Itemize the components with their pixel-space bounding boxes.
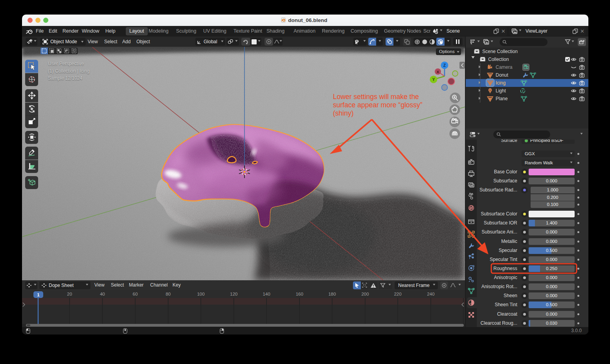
svg-text:240: 240 xyxy=(427,292,434,296)
svg-text:60: 60 xyxy=(133,292,138,296)
svg-text:80: 80 xyxy=(165,292,171,296)
svg-text:Z: Z xyxy=(443,63,446,68)
svg-text:20: 20 xyxy=(67,292,72,296)
svg-text:180: 180 xyxy=(328,292,336,296)
svg-text:140: 140 xyxy=(263,292,270,296)
svg-text:200: 200 xyxy=(361,292,369,296)
svg-text:100: 100 xyxy=(197,292,204,296)
svg-text:Y: Y xyxy=(432,77,435,82)
svg-text:1: 1 xyxy=(37,292,40,297)
svg-text:160: 160 xyxy=(296,292,303,296)
svg-text:220: 220 xyxy=(394,292,401,296)
svg-text:40: 40 xyxy=(100,292,105,296)
svg-text:X: X xyxy=(437,70,439,74)
svg-text:120: 120 xyxy=(230,292,237,296)
